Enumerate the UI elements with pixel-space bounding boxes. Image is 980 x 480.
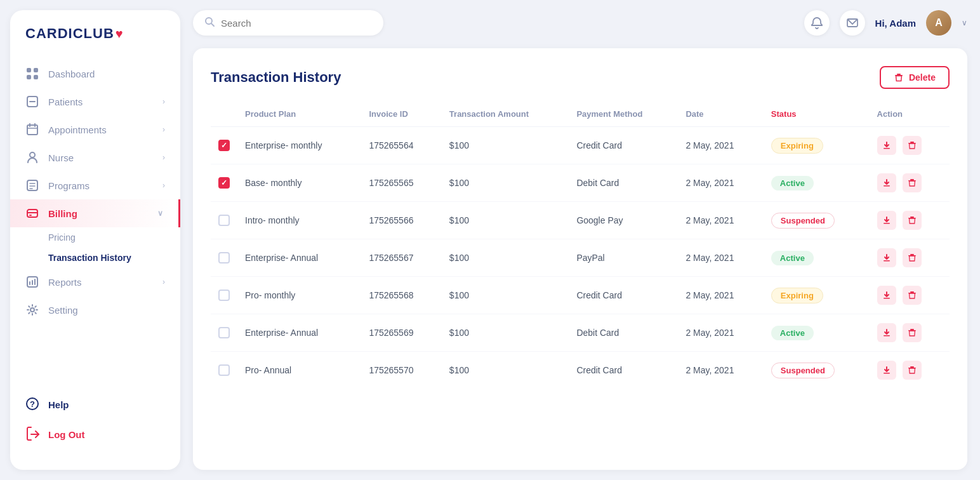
download-button-5[interactable] <box>877 286 896 305</box>
nav-item-dashboard[interactable]: Dashboard <box>10 60 180 88</box>
cell-payment-method: Google Pay <box>569 202 678 239</box>
cell-invoice-id: 175265565 <box>361 164 441 202</box>
svg-rect-35 <box>910 179 914 180</box>
subnav-pricing[interactable]: Pricing <box>48 227 180 248</box>
download-button-1[interactable] <box>877 136 896 155</box>
billing-chevron: ∨ <box>157 209 163 218</box>
user-menu-chevron[interactable]: ∨ <box>962 18 967 27</box>
cell-payment-method: Credit Card <box>569 277 678 314</box>
row-checkbox-5[interactable] <box>218 290 230 301</box>
greeting-text: Hi, Adam <box>875 18 916 29</box>
reports-icon <box>25 275 39 289</box>
cell-amount: $100 <box>442 127 569 164</box>
svg-line-27 <box>211 23 214 26</box>
row-checkbox-4[interactable] <box>218 252 230 263</box>
table-row: Pro- monthly175265568$100Credit Card2 Ma… <box>211 277 950 314</box>
row-checkbox-2[interactable] <box>218 177 230 189</box>
header-right: Hi, Adam A ∨ <box>804 10 967 36</box>
col-product-plan: Product Plan <box>237 104 361 127</box>
delete-button[interactable]: Delete <box>880 66 950 89</box>
cell-invoice-id: 175265570 <box>361 352 441 389</box>
nav-item-billing[interactable]: Billing ∨ <box>10 199 180 227</box>
cell-product-plan: Pro- monthly <box>237 277 361 314</box>
status-badge: Suspended <box>771 363 835 378</box>
logout-icon <box>25 427 39 443</box>
status-badge: Suspended <box>771 213 835 229</box>
row-checkbox-1[interactable] <box>218 140 230 151</box>
subnav-transaction-history[interactable]: Transaction History <box>48 248 180 268</box>
delete-row-button-2[interactable] <box>903 173 922 192</box>
row-checkbox-7[interactable] <box>218 364 230 376</box>
cell-invoice-id: 175265566 <box>361 202 441 239</box>
logo-heart: ♥️ <box>116 27 123 41</box>
cell-status: Active <box>764 164 870 202</box>
nav-label-setting: Setting <box>48 305 165 316</box>
cell-invoice-id: 175265569 <box>361 314 441 352</box>
download-button-6[interactable] <box>877 323 896 342</box>
programs-icon <box>25 178 39 192</box>
col-checkbox <box>211 104 237 127</box>
cell-action <box>870 127 950 164</box>
row-checkbox-3[interactable] <box>218 215 230 226</box>
cell-date: 2 May, 2021 <box>678 314 763 352</box>
cell-payment-method: Credit Card <box>569 127 678 164</box>
nav-item-programs[interactable]: Programs › <box>10 171 180 199</box>
billing-icon <box>25 206 39 220</box>
nav-item-reports[interactable]: Reports › <box>10 268 180 296</box>
reports-chevron: › <box>162 277 165 286</box>
cell-date: 2 May, 2021 <box>678 164 763 202</box>
cell-amount: $100 <box>442 164 569 202</box>
page-title: Transaction History <box>211 69 341 86</box>
programs-chevron: › <box>162 181 165 190</box>
logo: CARDICLUB ♥️ <box>10 25 180 60</box>
col-action: Action <box>870 104 950 127</box>
table-row: Enterprise- Annual175265567$100PayPal2 M… <box>211 239 950 277</box>
nav-item-patients[interactable]: Patients › <box>10 88 180 116</box>
table-row: Intro- monthly175265566$100Google Pay2 M… <box>211 202 950 239</box>
help-item[interactable]: ? Help <box>10 390 180 420</box>
header: Hi, Adam A ∨ <box>193 10 967 36</box>
nurse-chevron: › <box>162 153 165 162</box>
svg-rect-0 <box>27 68 31 72</box>
search-box[interactable] <box>193 10 383 36</box>
nav-item-appointments[interactable]: Appointments › <box>10 116 180 143</box>
avatar: A <box>926 10 951 36</box>
delete-row-button-4[interactable] <box>903 248 922 267</box>
svg-rect-47 <box>910 329 914 330</box>
cell-date: 2 May, 2021 <box>678 239 763 277</box>
nav-item-setting[interactable]: Setting <box>10 296 180 324</box>
main-content: Hi, Adam A ∨ Transaction History Delete … <box>180 0 980 480</box>
table-row: Enterprise- Annual175265569$100Debit Car… <box>211 314 950 352</box>
delete-row-button-3[interactable] <box>903 211 922 230</box>
nav-label-nurse: Nurse <box>48 152 154 163</box>
row-checkbox-6[interactable] <box>218 327 230 338</box>
svg-rect-3 <box>34 75 38 79</box>
cell-action <box>870 277 950 314</box>
delete-row-button-5[interactable] <box>903 286 922 305</box>
download-button-7[interactable] <box>877 361 896 380</box>
cell-product-plan: Intro- monthly <box>237 202 361 239</box>
table-row: Base- monthly175265565$100Debit Card2 Ma… <box>211 164 950 202</box>
cell-payment-method: Debit Card <box>569 314 678 352</box>
messages-button[interactable] <box>840 10 865 36</box>
svg-rect-1 <box>34 68 38 72</box>
search-input[interactable] <box>221 18 372 29</box>
table-header: Product Plan Invoice ID Transaction Amou… <box>211 104 950 127</box>
logout-item[interactable]: Log Out <box>10 420 180 450</box>
delete-row-button-7[interactable] <box>903 361 922 380</box>
status-badge: Active <box>771 176 814 190</box>
status-badge: Active <box>771 326 814 340</box>
notifications-button[interactable] <box>804 10 830 36</box>
svg-rect-44 <box>910 291 914 293</box>
download-button-3[interactable] <box>877 211 896 230</box>
nav-item-nurse[interactable]: Nurse › <box>10 143 180 171</box>
setting-icon <box>25 303 39 317</box>
card-header: Transaction History Delete <box>211 66 950 89</box>
download-button-4[interactable] <box>877 248 896 267</box>
svg-rect-32 <box>910 142 914 143</box>
delete-row-button-1[interactable] <box>903 136 922 155</box>
download-button-2[interactable] <box>877 173 896 192</box>
logout-label: Log Out <box>48 429 84 440</box>
delete-row-button-6[interactable] <box>903 323 922 342</box>
svg-rect-49 <box>884 373 890 374</box>
